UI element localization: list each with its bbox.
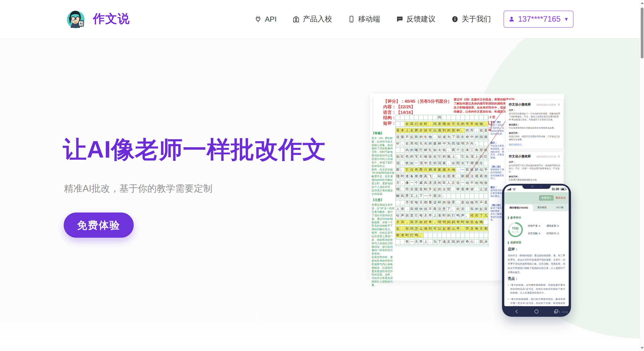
essay-grid-cell (396, 239, 400, 244)
user-account-button[interactable]: 137****7165 ▼ (504, 11, 574, 28)
essay-grid-cell: 仅 (409, 167, 414, 172)
essay-grid-cell: 风 (400, 193, 405, 199)
essay-grid-cell: 有 (456, 220, 460, 225)
essay-grid-cell (451, 233, 456, 238)
essay-grid-cell: 晚 (479, 220, 484, 225)
essay-grid-cell (460, 193, 465, 199)
home-icon[interactable] (534, 309, 539, 314)
essay-grid-cell: 地 (451, 167, 456, 172)
essay-grid-cell (470, 193, 474, 199)
essay-grid-cell: 开 (414, 220, 419, 225)
essay-grid-cell: 我 (451, 141, 456, 146)
essay-grid-cell: 火 (437, 148, 442, 153)
essay-grid-cell: 高 (423, 174, 428, 179)
card-section-head: 点评： (509, 161, 560, 164)
essay-grid-cell: 鸣 (414, 233, 419, 238)
essay-grid-cell: 大 (446, 167, 451, 172)
essay-grid-cell: 色 (405, 154, 409, 159)
essay-grid-cell: 床 (483, 206, 488, 212)
nav-item-feedback[interactable]: 反馈建议 (396, 14, 436, 24)
essay-grid-cell: 都 (483, 226, 488, 231)
essay-grid-cell: ， (460, 226, 465, 231)
tab-ask-xiaoya[interactable]: 问小雅 (551, 206, 569, 211)
essay-grid-cell: 是 (483, 128, 488, 133)
essay-grid-cell: 宝 (414, 154, 419, 159)
score-section-title: 参考评分 (510, 216, 521, 220)
essay-grid-cell: 如 (433, 148, 437, 153)
hero-section: 让AI像老师一样批改作文 精准AI批改，基于你的教学需要定制 免费体验 【评分】… (0, 38, 644, 339)
essay-grid-cell: 命 (465, 134, 470, 140)
essay-grid-cell: 心 (470, 239, 474, 244)
essay-grid-cell: 在 (456, 180, 460, 186)
tab-score-report[interactable]: 得分报告(73/100) (504, 204, 533, 211)
essay-grid-cell: 声 (400, 213, 405, 218)
free-trial-button[interactable]: 免费体验 (64, 213, 134, 238)
essay-grid-cell: 放 (483, 180, 488, 186)
essay-grid-cell: 膀 (474, 167, 479, 172)
back-icon[interactable] (514, 309, 519, 314)
nav-item-about[interactable]: 关于我们 (451, 14, 491, 24)
essay-grid-cell: 有 (414, 167, 419, 172)
phone-content: 参考评分 73分 满分:100分 结构严谨: 4 感情真挚: 5 语言 (504, 211, 569, 306)
essay-grid-cell: 天 (418, 200, 423, 205)
scrollbar-thumb[interactable] (641, 8, 643, 58)
essay-grid-cell: 顶 (418, 161, 423, 166)
essay-grid-cell: 景 (451, 200, 456, 205)
essay-grid-cell: 奇 (465, 239, 470, 244)
essay-grid-cell: 做 (423, 226, 428, 231)
scroll-up-arrow[interactable] (641, 2, 644, 4)
essay-grid-cell: 一 (460, 167, 465, 172)
essay-grid-cell (423, 115, 428, 120)
essay-grid-cell: 每 (474, 226, 479, 231)
brand-name[interactable]: 作文说 (93, 11, 130, 27)
essay-grid-cell: ， (474, 128, 479, 133)
essay-grid-cell: 幅 (396, 193, 400, 199)
essay-grid-cell: 打 (409, 233, 414, 238)
essay-grid-cell: 升 (428, 187, 433, 192)
chevron-down-icon: ▼ (564, 16, 569, 22)
essay-grid-cell: 很 (414, 206, 419, 212)
essay-grid-cell: 如 (409, 161, 414, 166)
annotation: 建议：可以加入更具体的描述，如鸡的活动、神态等，丰富画面感。 (490, 142, 506, 159)
essay-grid-cell: 备 (409, 174, 414, 179)
brand[interactable]: AI 作文说 (64, 8, 130, 30)
essay-grid-cell: 鸡 (409, 226, 414, 231)
essay-grid-cell: 我 (456, 134, 460, 140)
essay-grid-cell (442, 233, 446, 238)
metric: 语言流畅: 5 (528, 232, 547, 235)
essay-grid-cell: 能 (396, 233, 400, 238)
essay-grid-cell: 望 (470, 187, 474, 192)
nav-item-school[interactable]: 产品入校 (292, 14, 332, 24)
nav-item-api[interactable]: API (254, 15, 277, 23)
essay-grid-cell: 光 (423, 141, 428, 146)
essay-grid-cell: 好 (460, 239, 465, 244)
page-title: 让AI像老师一样批改作文 (63, 137, 360, 162)
phone-time: 11:20 (552, 187, 559, 191)
essay-grid-cell: 为 (446, 134, 451, 140)
collapse-annotation-link[interactable]: 收起当前批注… (509, 143, 524, 146)
tab-paragraph-review[interactable]: 逐段精批 (533, 206, 551, 211)
regrade-button[interactable]: 重新批改 (556, 196, 566, 200)
essay-grid-cell (483, 193, 488, 199)
collapse-icon[interactable] (558, 103, 560, 106)
essay-grid-cell (479, 233, 484, 238)
essay-grid-cell (470, 115, 474, 120)
card-section-head: 修改示例： (509, 175, 560, 178)
essay-grid-cell: 人 (396, 206, 400, 212)
annotation-head: 【审题】 (372, 131, 395, 135)
nav-item-mobile[interactable]: 移动端 (348, 14, 380, 24)
essay-grid-cell: 而 (405, 187, 409, 192)
essay-grid-cell: 奇 (428, 220, 433, 225)
section-accent-bar (508, 216, 509, 219)
essay-grid-cell (423, 233, 428, 238)
essay-grid-cell: 每 (414, 200, 419, 205)
scrollbar[interactable] (640, 0, 644, 351)
essay-grid-cell: 这 (483, 187, 488, 192)
scroll-down-arrow[interactable] (641, 347, 644, 349)
teacher-comment-card[interactable]: 作文说小雅老师 2024/12/24 14:20:01 点评：这句话为读者描绘了… (506, 100, 563, 149)
view-original-button[interactable]: 查看原文 (539, 195, 554, 201)
essay-grid-cell: 么 (451, 226, 456, 231)
essay-grid-cell: 处 (446, 121, 451, 127)
essay-grid-cell: 乎 (483, 167, 488, 172)
collapse-icon[interactable] (558, 155, 560, 158)
